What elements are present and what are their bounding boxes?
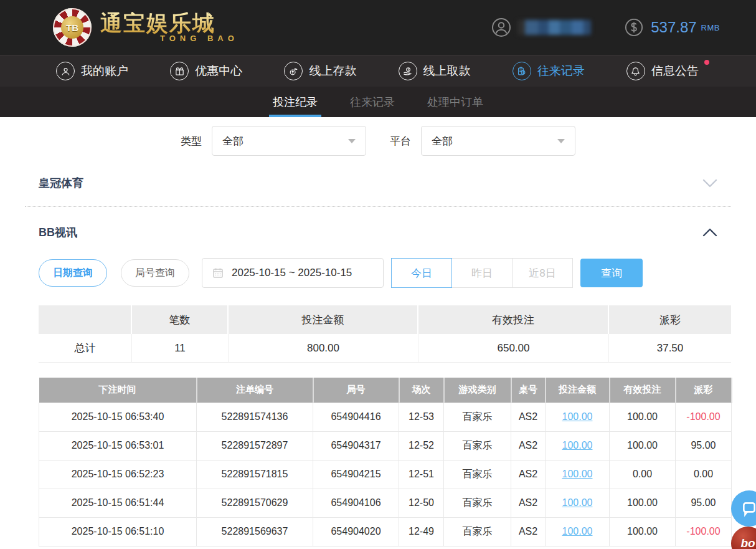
button-label: 昨日 — [471, 266, 493, 280]
promo-float-button[interactable]: bo — [731, 527, 756, 549]
chat-float-button[interactable] — [731, 490, 756, 527]
summary-total-row: 总计 11 800.00 650.00 37.50 — [39, 334, 731, 363]
button-label: 查询 — [601, 266, 622, 280]
date-range-input[interactable]: 2025-10-15 ~ 2025-10-15 — [202, 258, 384, 288]
summary-total-valid: 650.00 — [418, 334, 609, 363]
search-button[interactable]: 查询 — [580, 259, 643, 287]
gift-icon — [170, 62, 189, 80]
summary-header-empty — [39, 305, 132, 334]
table-row: 2025-10-15 06:53:01522891572897654904317… — [39, 431, 732, 460]
yesterday-button[interactable]: 昨日 — [451, 258, 513, 288]
date-query-button[interactable]: 日期查询 — [39, 259, 107, 287]
balance-currency: RMB — [701, 23, 720, 32]
cell-bet-amount[interactable]: 100.00 — [546, 431, 610, 460]
query-controls: 日期查询 局号查询 2025-10-15 ~ 2025-10-15 今日 昨日 … — [39, 258, 717, 288]
tab-label: 投注纪录 — [273, 95, 318, 110]
platform-select[interactable]: 全部 — [421, 126, 575, 156]
cell-bet-time: 2025-10-15 06:51:10 — [39, 517, 197, 546]
summary-header-payout: 派彩 — [609, 305, 731, 334]
cell-bet-amount[interactable]: 100.00 — [546, 403, 610, 431]
today-button[interactable]: 今日 — [391, 258, 452, 288]
site-logo[interactable]: TB 通宝娱乐城 TONG BAO — [53, 8, 239, 47]
cell-round-id: 654904215 — [313, 460, 399, 489]
balance-amount: 537.87 — [651, 19, 696, 36]
cell-round-id: 654904416 — [313, 403, 399, 431]
tab-pending-orders[interactable]: 处理中订单 — [425, 87, 485, 117]
tab-label: 往来记录 — [350, 95, 395, 110]
chat-icon — [741, 500, 756, 517]
cell-session: 12-52 — [399, 431, 444, 460]
cell-order-id: 522891574136 — [197, 403, 313, 431]
section-title: 皇冠体育 — [39, 176, 83, 191]
nav-item-withdraw[interactable]: 线上取款 — [399, 62, 471, 80]
filter-row: 类型 全部 平台 全部 — [0, 117, 756, 156]
table-row: 2025-10-15 06:52:23522891571815654904215… — [39, 460, 732, 489]
col-round-id: 局号 — [313, 378, 399, 403]
nav-label: 线上取款 — [423, 63, 471, 79]
tab-bet-records[interactable]: 投注纪录 — [271, 87, 319, 117]
table-row: 2025-10-15 06:51:44522891570629654904106… — [39, 489, 732, 517]
nav-label: 我的账户 — [81, 63, 128, 79]
nav-item-transaction-records[interactable]: 往来记录 — [513, 62, 585, 80]
nav-item-announcements[interactable]: 信息公告 — [626, 62, 699, 80]
bet-records-table: 下注时间 注单编号 局号 场次 游戏类别 桌号 投注金额 有效投注 派彩 202… — [39, 378, 732, 547]
nav-item-deposit[interactable]: 线上存款 — [284, 62, 356, 80]
tab-transaction-records[interactable]: 往来记录 — [348, 87, 397, 117]
site-name-en: TONG BAO — [160, 34, 239, 43]
withdraw-icon — [399, 62, 417, 80]
type-select[interactable]: 全部 — [212, 126, 366, 156]
cell-order-id: 522891571815 — [197, 460, 313, 489]
summary-header-valid: 有效投注 — [418, 305, 609, 334]
section-crown-sports[interactable]: 皇冠体育 — [25, 160, 731, 207]
chevron-up-icon — [702, 228, 717, 237]
cell-payout: 0.00 — [676, 460, 732, 489]
col-payout: 派彩 — [676, 378, 732, 403]
date-range-value: 2025-10-15 ~ 2025-10-15 — [232, 267, 352, 279]
cell-table-no: AS2 — [511, 431, 546, 460]
cell-game-type: 百家乐 — [444, 403, 511, 431]
records-icon — [513, 62, 531, 80]
cell-valid-bet: 0.00 — [610, 460, 676, 489]
cell-bet-amount[interactable]: 100.00 — [546, 460, 610, 489]
cell-round-id: 654904020 — [313, 517, 399, 546]
section-bb-video[interactable]: BB视讯 — [25, 207, 731, 258]
type-select-value: 全部 — [222, 134, 243, 148]
balance-coin-icon — [625, 18, 643, 37]
summary-header-count: 笔数 — [132, 305, 229, 334]
summary-table: 笔数 投注金额 有效投注 派彩 总计 11 800.00 650.00 37.5… — [39, 305, 731, 363]
summary-total-payout: 37.50 — [609, 334, 731, 363]
cell-game-type: 百家乐 — [444, 517, 511, 546]
platform-select-value: 全部 — [432, 134, 453, 148]
cell-order-id: 522891569637 — [197, 517, 313, 546]
cell-payout: 95.00 — [676, 431, 732, 460]
button-label: 今日 — [411, 266, 432, 280]
cell-table-no: AS2 — [511, 403, 546, 431]
last8days-button[interactable]: 近8日 — [512, 258, 573, 288]
notification-badge — [704, 60, 709, 65]
nav-label: 信息公告 — [651, 63, 699, 79]
bell-icon — [626, 62, 645, 80]
summary-total-bet: 800.00 — [229, 334, 418, 363]
type-filter-label: 类型 — [181, 134, 202, 148]
cell-order-id: 522891572897 — [197, 431, 313, 460]
cell-round-id: 654904317 — [313, 431, 399, 460]
user-avatar-icon[interactable] — [491, 17, 511, 37]
nav-item-my-account[interactable]: 我的账户 — [56, 62, 128, 80]
summary-total-count: 11 — [132, 334, 229, 363]
nav-item-promotions[interactable]: 优惠中心 — [170, 62, 242, 80]
cell-round-id: 654904106 — [313, 489, 399, 517]
col-valid-bet: 有效投注 — [610, 378, 676, 403]
cell-table-no: AS2 — [511, 517, 546, 546]
promo-float-text: bo — [740, 537, 755, 549]
cell-bet-amount[interactable]: 100.00 — [546, 517, 610, 546]
col-bet-time: 下注时间 — [39, 378, 197, 403]
section-title: BB视讯 — [39, 225, 77, 240]
bet-table-header-row: 下注时间 注单编号 局号 场次 游戏类别 桌号 投注金额 有效投注 派彩 — [39, 378, 732, 403]
cell-valid-bet: 100.00 — [610, 517, 676, 546]
button-label: 局号查询 — [135, 267, 175, 280]
round-query-button[interactable]: 局号查询 — [121, 259, 189, 287]
cell-session: 12-50 — [399, 489, 444, 517]
nav-label: 往来记录 — [537, 63, 585, 79]
cell-bet-amount[interactable]: 100.00 — [546, 489, 610, 517]
cell-table-no: AS2 — [511, 489, 546, 517]
